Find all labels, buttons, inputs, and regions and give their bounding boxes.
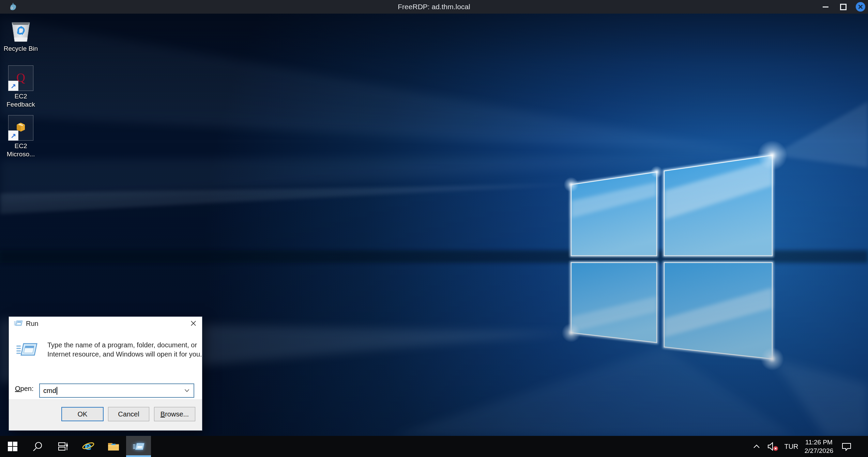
run-window-icon bbox=[133, 441, 144, 452]
maximize-button[interactable] bbox=[838, 2, 848, 12]
run-dialog-description: Type the name of a program, folder, docu… bbox=[47, 341, 202, 359]
search-icon bbox=[32, 441, 43, 452]
task-view-button[interactable] bbox=[50, 436, 76, 457]
cancel-button[interactable]: Cancel bbox=[108, 407, 149, 421]
recycle-bin-icon bbox=[7, 16, 34, 43]
svg-text:e: e bbox=[85, 440, 92, 452]
window-title: FreeRDP: ad.thm.local bbox=[0, 0, 868, 14]
desktop-icon-ec2-feedback[interactable]: Q ↗ EC2 Feedback bbox=[0, 65, 42, 109]
shortcut-arrow-icon: ↗ bbox=[8, 81, 18, 91]
system-tray: TUR 11:26 PM 2/27/2026 bbox=[749, 436, 868, 457]
tray-show-hidden-icons-button[interactable] bbox=[749, 436, 764, 457]
run-dialog-body: Type the name of a program, folder, docu… bbox=[9, 330, 202, 400]
action-center-icon bbox=[841, 442, 852, 451]
close-icon bbox=[190, 320, 197, 327]
task-view-icon bbox=[58, 441, 68, 452]
desktop-icon-recycle-bin[interactable]: Recycle Bin bbox=[0, 16, 42, 53]
run-dialog-titlebar-icon bbox=[14, 319, 23, 327]
start-icon bbox=[7, 441, 18, 452]
browse-button[interactable]: Browse... bbox=[154, 407, 195, 421]
desktop-icon-label: Recycle Bin bbox=[0, 45, 42, 53]
run-dialog-title: Run bbox=[26, 317, 39, 330]
tray-time: 11:26 PM bbox=[805, 438, 834, 446]
run-icon bbox=[16, 340, 37, 359]
open-label: Open: bbox=[15, 385, 34, 393]
ec2-feedback-icon: Q ↗ bbox=[8, 65, 33, 91]
text-caret bbox=[57, 387, 57, 395]
chevron-up-icon bbox=[752, 443, 761, 450]
window-controls bbox=[820, 0, 865, 14]
tray-date: 2/27/2026 bbox=[805, 446, 834, 455]
internet-explorer-button[interactable]: e bbox=[76, 436, 101, 457]
desktop-icon-label: EC2 Feedback bbox=[0, 92, 42, 109]
run-open-input-value[interactable]: cmd bbox=[43, 387, 56, 395]
taskbar-search-button[interactable] bbox=[25, 436, 50, 457]
internet-explorer-icon: e bbox=[82, 440, 95, 453]
ok-button[interactable]: OK bbox=[61, 407, 104, 421]
desktop-icon-label-line2: Microso... bbox=[0, 150, 42, 158]
chevron-down-icon[interactable] bbox=[184, 389, 189, 392]
close-icon bbox=[856, 2, 865, 12]
speaker-muted-icon bbox=[767, 441, 779, 452]
minimize-button[interactable] bbox=[820, 2, 831, 12]
close-button[interactable] bbox=[856, 2, 865, 12]
run-dialog-titlebar[interactable]: Run bbox=[9, 317, 202, 330]
file-explorer-icon bbox=[107, 441, 120, 452]
tray-clock[interactable]: 11:26 PM 2/27/2026 bbox=[801, 436, 837, 457]
run-dialog-footer: OK Cancel Browse... bbox=[9, 399, 202, 430]
taskbar: e bbox=[0, 436, 868, 457]
tray-language-indicator[interactable]: TUR bbox=[781, 436, 801, 457]
freerdp-window: FreeRDP: ad.thm.local bbox=[0, 0, 868, 457]
desktop-icon-label-line1: EC2 bbox=[0, 142, 42, 150]
ec2-package-icon: ↗ bbox=[8, 115, 33, 141]
start-button[interactable] bbox=[0, 436, 25, 457]
file-explorer-button[interactable] bbox=[101, 436, 126, 457]
freerdp-titlebar: FreeRDP: ad.thm.local bbox=[0, 0, 868, 14]
tray-volume-button[interactable] bbox=[764, 436, 781, 457]
desktop-icon-ec2-microsoft[interactable]: ↗ EC2 Microso... bbox=[0, 115, 42, 158]
shortcut-arrow-icon: ↗ bbox=[8, 130, 18, 141]
run-dialog: Run bbox=[9, 317, 202, 430]
run-dialog-close-button[interactable] bbox=[184, 317, 202, 330]
run-open-combobox[interactable]: cmd bbox=[39, 383, 194, 398]
taskbar-run-button[interactable] bbox=[126, 436, 151, 457]
action-center-button[interactable] bbox=[837, 436, 856, 457]
taskbar-buttons: e bbox=[0, 436, 151, 457]
desktop[interactable]: Recycle Bin Q ↗ EC2 Feedback ↗ bbox=[0, 14, 868, 436]
